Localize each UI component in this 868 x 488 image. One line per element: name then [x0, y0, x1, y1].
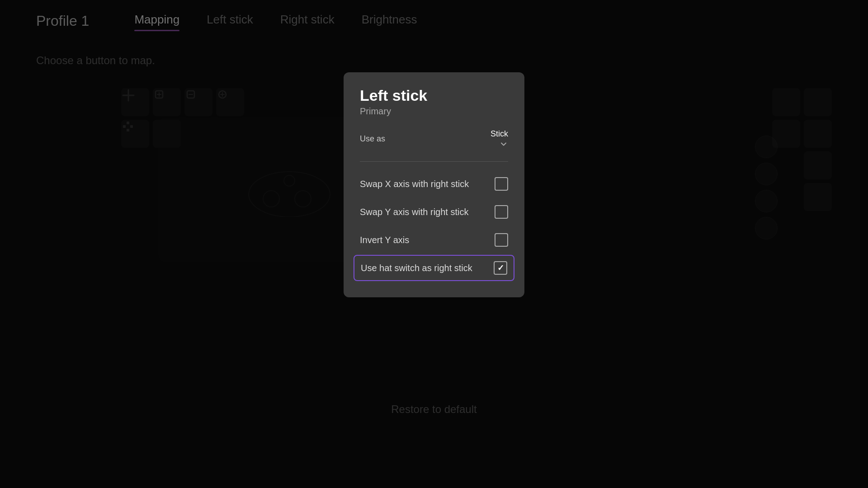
swap-x-axis-row[interactable]: Swap X axis with right stick: [360, 171, 508, 197]
swap-y-axis-checkbox[interactable]: [495, 205, 508, 219]
invert-y-axis-label: Invert Y axis: [360, 235, 409, 245]
modal-subtitle: Primary: [360, 106, 508, 117]
use-as-label: Use as: [360, 134, 385, 144]
invert-y-axis-row[interactable]: Invert Y axis: [360, 227, 508, 253]
hat-switch-label: Use hat switch as right stick: [361, 263, 472, 273]
swap-x-axis-label: Swap X axis with right stick: [360, 179, 469, 189]
modal-title: Left stick: [360, 87, 508, 104]
use-as-dropdown[interactable]: Use as Stick: [360, 129, 508, 149]
hat-switch-row[interactable]: Use hat switch as right stick ✓: [354, 255, 514, 281]
dropdown-right: Stick: [491, 129, 508, 149]
checkbox-section: Swap X axis with right stick Swap Y axis…: [360, 171, 508, 281]
hat-switch-checkbox[interactable]: ✓: [494, 261, 507, 275]
left-stick-modal: Left stick Primary Use as Stick Swap X a…: [344, 72, 524, 297]
use-as-value: Stick: [491, 129, 508, 139]
invert-y-axis-checkbox[interactable]: [495, 233, 508, 247]
checkmark-icon: ✓: [497, 263, 504, 273]
chevron-down-icon: [499, 140, 508, 149]
divider: [360, 161, 508, 162]
modal-overlay: Left stick Primary Use as Stick Swap X a…: [0, 0, 868, 488]
swap-y-axis-label: Swap Y axis with right stick: [360, 207, 468, 217]
swap-x-axis-checkbox[interactable]: [495, 177, 508, 191]
swap-y-axis-row[interactable]: Swap Y axis with right stick: [360, 199, 508, 225]
